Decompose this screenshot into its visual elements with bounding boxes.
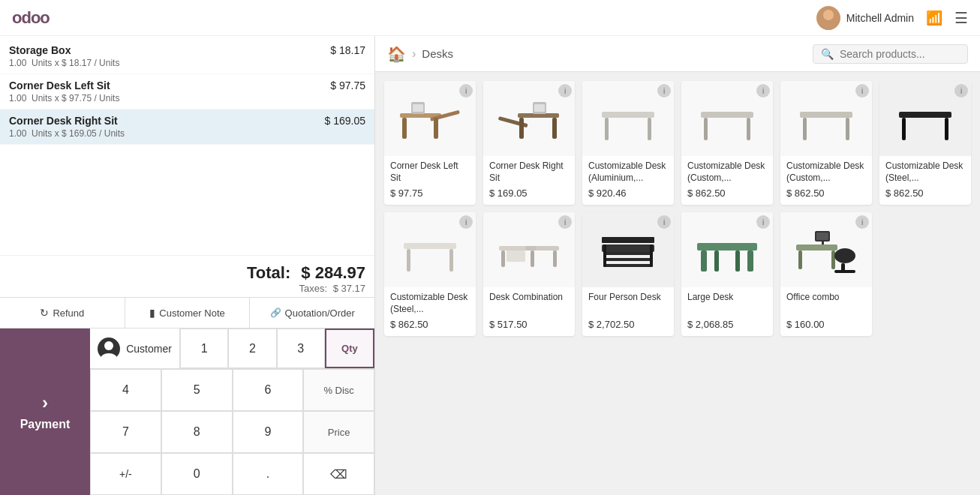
svg-rect-47 [714,250,719,272]
numpad-2[interactable]: 2 [228,328,276,368]
svg-rect-44 [697,243,757,250]
product-name: Corner Desk Right Sit [489,160,569,184]
numpad-backspace[interactable]: ⌫ [303,453,374,495]
svg-point-0 [823,10,834,20]
svg-rect-32 [525,246,559,250]
svg-rect-41 [606,264,651,267]
search-input[interactable] [840,48,960,60]
svg-rect-54 [822,242,824,244]
svg-rect-49 [796,244,837,250]
svg-rect-37 [602,244,654,252]
numpad-plusminus[interactable]: +/- [90,453,161,495]
svg-rect-17 [605,118,609,140]
svg-rect-28 [404,243,456,249]
info-badge: i [657,84,671,98]
note-label: Customer Note [159,308,224,319]
numpad-9[interactable]: 9 [233,411,304,453]
product-card[interactable]: i Customizable Desk (Steel,... $ 862.50 [879,81,971,205]
numpad-dot[interactable]: . [233,453,304,495]
product-price: $ 2,068.85 [687,319,767,330]
product-card[interactable]: i Office combo $ 160.00 [780,212,872,336]
numpad-8[interactable]: 8 [161,411,233,453]
info-badge: i [954,84,968,98]
numpad-7[interactable]: 7 [90,411,161,453]
svg-rect-43 [650,244,653,267]
home-icon[interactable]: 🏠 [387,45,406,63]
numpad-4[interactable]: 4 [90,369,161,411]
info-badge: i [657,215,671,229]
svg-rect-45 [701,250,707,272]
search-icon: 🔍 [821,48,834,60]
svg-rect-38 [602,237,654,243]
avatar [816,6,840,30]
numpad-0[interactable]: 0 [161,453,233,495]
odoo-logo: odoo [12,8,50,28]
tax-amount: $ 37.17 [333,283,365,294]
order-item[interactable]: Storage Box $ 18.17 1.00 Units x $ 18.17… [0,39,374,74]
svg-point-2 [104,341,113,350]
product-name: Customizable Desk (Custom,... [687,160,767,184]
svg-rect-50 [798,250,802,269]
numpad-qty[interactable]: Qty [325,328,374,368]
svg-rect-42 [603,244,606,267]
product-price: $ 97.75 [390,188,470,199]
numpad-1[interactable]: 1 [180,328,228,368]
action-buttons: ↻ Refund ▮ Customer Note 🔗 Quotation/Ord… [0,297,374,328]
order-item-selected[interactable]: Corner Desk Right Sit $ 169.05 1.00 Unit… [0,110,374,145]
info-badge: i [855,84,869,98]
product-grid: i Corner Desk Left Sit $ 97.75 [375,72,980,495]
item-name: Corner Desk Right Sit [9,115,118,127]
svg-point-3 [101,353,117,360]
info-badge: i [459,215,473,229]
svg-rect-26 [902,118,906,140]
svg-rect-18 [648,118,651,140]
customer-note-button[interactable]: ▮ Customer Note [125,298,251,328]
product-name: Corner Desk Left Sit [390,160,470,184]
product-card[interactable]: i Corner Desk Right Sit $ 169.05 [483,81,575,205]
svg-rect-22 [800,112,852,118]
search-area: 🔍 [813,44,968,64]
svg-rect-16 [602,112,654,118]
quotation-button[interactable]: 🔗 Quotation/Order [250,298,374,328]
item-sub: 1.00 Units x $ 97.75 / Units [9,93,365,104]
svg-rect-7 [434,118,438,139]
payment-button[interactable]: › Payment [0,328,90,495]
svg-rect-13 [552,118,557,139]
product-name: Customizable Desk (Aluminium,... [588,160,668,184]
customer-button[interactable]: Customer [90,328,180,368]
info-badge: i [459,84,473,98]
numpad-6[interactable]: 6 [233,369,304,411]
product-card[interactable]: i Customizable Desk (Custom,... $ 862.50 [681,81,773,205]
product-name: Large Desk [687,292,767,316]
note-icon: ▮ [149,307,155,319]
refund-button[interactable]: ↻ Refund [0,298,125,328]
svg-rect-20 [704,118,708,140]
order-item[interactable]: Corner Desk Left Sit $ 97.75 1.00 Units … [0,74,374,110]
product-price: $ 169.05 [489,188,569,199]
product-card[interactable]: i Large Desk $ 2,068.85 [681,212,773,336]
menu-icon[interactable]: ☰ [954,9,968,27]
numpad-5[interactable]: 5 [161,369,233,411]
refund-label: Refund [53,308,84,319]
product-card[interactable]: i Customizable Desk (Steel,... $ 862.50 [384,212,476,336]
product-name: Office combo [786,292,866,316]
breadcrumb-current: Desks [422,47,453,60]
svg-rect-34 [531,250,534,267]
svg-rect-6 [402,118,407,139]
product-card[interactable]: i Desk Combination $ 517.50 [483,212,575,336]
product-card[interactable]: i Customizable Desk (Aluminium,... $ 920… [582,81,674,205]
svg-rect-15 [534,104,545,112]
svg-rect-48 [735,250,740,272]
item-price: $ 97.75 [330,80,365,92]
item-price: $ 169.05 [325,115,366,127]
svg-rect-12 [519,118,524,139]
product-card[interactable]: i Corner Desk Left Sit $ 97.75 [384,81,476,205]
numpad-3[interactable]: 3 [277,328,325,368]
customer-row: Customer 1 2 3 Qty [90,328,374,369]
numpad-price[interactable]: Price [303,411,374,453]
product-card[interactable]: i Customizable Desk (Custom,... $ 862.50 [780,81,872,205]
numpad-disc[interactable]: % Disc [303,369,374,411]
svg-rect-25 [899,112,951,118]
order-list: Storage Box $ 18.17 1.00 Units x $ 18.17… [0,36,374,255]
product-card[interactable]: i Four Person Desk $ 2,702.50 [582,212,674,336]
